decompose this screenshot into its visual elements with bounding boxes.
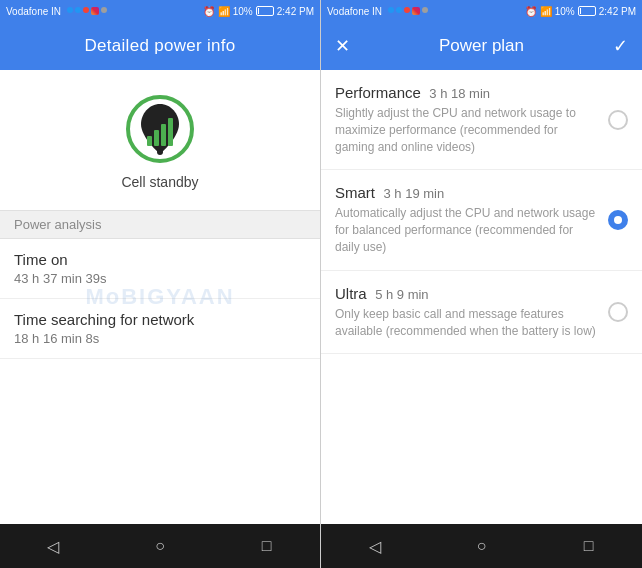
- plan-radio-0[interactable]: [608, 110, 628, 130]
- status-dot-2: [75, 7, 81, 13]
- plan-radio-2[interactable]: [608, 302, 628, 322]
- plan-list: Performance 3 h 18 min Slightly adjust t…: [321, 70, 642, 524]
- plan-header-2: Ultra 5 h 9 min: [335, 285, 598, 303]
- r-status-dot-5: [422, 7, 428, 13]
- right-bottom-nav: ◁ ○ □: [321, 524, 642, 568]
- stat-value-0: 43 h 37 min 39s: [14, 271, 306, 286]
- left-home-btn[interactable]: ○: [144, 530, 176, 562]
- left-carrier: Vodafone IN: [6, 6, 61, 17]
- left-panel: Vodafone IN ⏰ 📶 10% 2:42 PM Detailed pow…: [0, 0, 321, 568]
- signal-icon: 📶: [218, 6, 230, 17]
- power-analysis-section: Power analysis: [0, 210, 320, 239]
- svg-rect-1: [147, 136, 152, 146]
- left-header-title: Detailed power info: [84, 36, 235, 56]
- plan-text-0: Performance 3 h 18 min Slightly adjust t…: [335, 84, 598, 155]
- left-status-left: Vodafone IN: [6, 6, 107, 17]
- plan-desc-1: Automatically adjust the CPU and network…: [335, 205, 598, 255]
- left-back-btn[interactable]: ◁: [37, 530, 69, 562]
- plan-name-0: Performance: [335, 84, 421, 101]
- right-status-left: Vodafone IN: [327, 6, 428, 17]
- left-header: Detailed power info: [0, 22, 320, 70]
- status-dot-5: [101, 7, 107, 13]
- battery-icon: [256, 6, 274, 16]
- right-time: 2:42 PM: [599, 6, 636, 17]
- right-panel: Vodafone IN ⏰ 📶 10% 2:42 PM ✕ Power plan…: [321, 0, 642, 568]
- left-content-area: MoBIGYAAN Cell standby: [0, 70, 320, 524]
- right-header: ✕ Power plan ✓: [321, 22, 642, 70]
- status-dot-3: [83, 7, 89, 13]
- plan-text-1: Smart 3 h 19 min Automatically adjust th…: [335, 184, 598, 255]
- alarm-icon: ⏰: [203, 6, 215, 17]
- plan-radio-1[interactable]: [608, 210, 628, 230]
- svg-rect-3: [161, 124, 166, 146]
- plan-desc-2: Only keep basic call and message feature…: [335, 306, 598, 340]
- left-status-bar: Vodafone IN ⏰ 📶 10% 2:42 PM: [0, 0, 320, 22]
- status-dot-1: [67, 7, 73, 13]
- plan-text-2: Ultra 5 h 9 min Only keep basic call and…: [335, 285, 598, 340]
- svg-rect-2: [154, 130, 159, 146]
- check-icon[interactable]: ✓: [613, 35, 628, 57]
- plan-time-0: 3 h 18 min: [429, 86, 490, 101]
- left-status-right: ⏰ 📶 10% 2:42 PM: [203, 6, 314, 17]
- close-icon[interactable]: ✕: [335, 35, 350, 57]
- stat-item-0: Time on 43 h 37 min 39s: [0, 239, 320, 299]
- stat-title-1: Time searching for network: [14, 311, 306, 328]
- plan-time-2: 5 h 9 min: [375, 287, 428, 302]
- right-home-btn[interactable]: ○: [466, 530, 498, 562]
- power-analysis-label: Power analysis: [14, 217, 101, 232]
- right-recents-btn[interactable]: □: [573, 530, 605, 562]
- battery-fill: [258, 8, 259, 14]
- cell-standby-label: Cell standby: [121, 174, 198, 190]
- left-battery: 10%: [233, 6, 253, 17]
- plan-header-1: Smart 3 h 19 min: [335, 184, 598, 202]
- plan-item-1[interactable]: Smart 3 h 19 min Automatically adjust th…: [321, 170, 642, 270]
- plan-item-0[interactable]: Performance 3 h 18 min Slightly adjust t…: [321, 70, 642, 170]
- right-carrier: Vodafone IN: [327, 6, 382, 17]
- stats-list: Time on 43 h 37 min 39s Time searching f…: [0, 239, 320, 359]
- svg-rect-4: [168, 118, 173, 146]
- left-recents-btn[interactable]: □: [251, 530, 283, 562]
- right-status-bar: Vodafone IN ⏰ 📶 10% 2:42 PM: [321, 0, 642, 22]
- plan-desc-0: Slightly adjust the CPU and network usag…: [335, 105, 598, 155]
- left-bottom-nav: ◁ ○ □: [0, 524, 320, 568]
- plan-name-1: Smart: [335, 184, 375, 201]
- svg-point-5: [157, 149, 163, 155]
- r-status-dot-1: [388, 7, 394, 13]
- r-battery-fill: [580, 8, 581, 14]
- stat-item-1: Time searching for network 18 h 16 min 8…: [0, 299, 320, 359]
- r-signal-icon: 📶: [540, 6, 552, 17]
- instagram-icon: [91, 7, 99, 15]
- plan-name-2: Ultra: [335, 285, 367, 302]
- plan-time-1: 3 h 19 min: [383, 186, 444, 201]
- right-header-title: Power plan: [439, 36, 524, 56]
- right-status-right: ⏰ 📶 10% 2:42 PM: [525, 6, 636, 17]
- r-instagram-icon: [412, 7, 420, 15]
- right-battery: 10%: [555, 6, 575, 17]
- plan-header-0: Performance 3 h 18 min: [335, 84, 598, 102]
- r-status-dot-2: [396, 7, 402, 13]
- cell-standby-icon: [125, 94, 195, 164]
- r-status-dot-3: [404, 7, 410, 13]
- cell-standby-section: Cell standby: [0, 70, 320, 210]
- left-time: 2:42 PM: [277, 6, 314, 17]
- plan-item-2[interactable]: Ultra 5 h 9 min Only keep basic call and…: [321, 271, 642, 355]
- right-back-btn[interactable]: ◁: [359, 530, 391, 562]
- r-battery-icon: [578, 6, 596, 16]
- stat-title-0: Time on: [14, 251, 306, 268]
- r-alarm-icon: ⏰: [525, 6, 537, 17]
- stat-value-1: 18 h 16 min 8s: [14, 331, 306, 346]
